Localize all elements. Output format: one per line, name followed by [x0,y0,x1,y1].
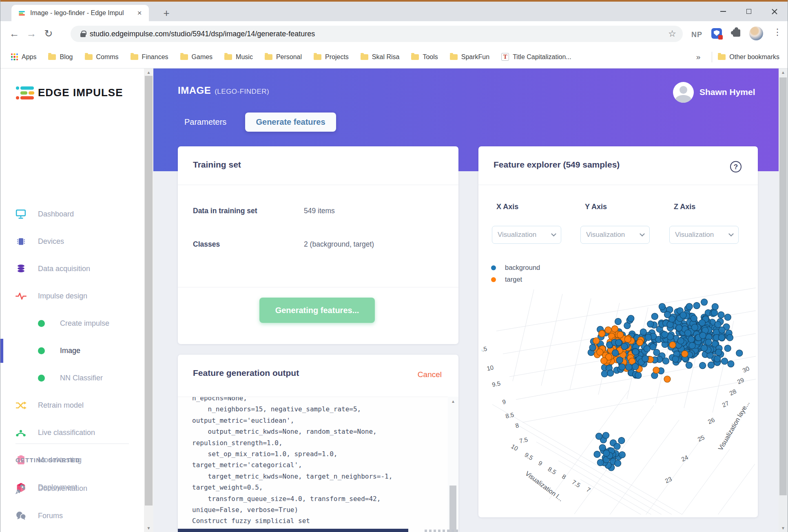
user-avatar[interactable] [673,82,694,103]
scatter-point [601,371,608,377]
bookmark-item[interactable]: Tools [411,53,438,61]
cancel-button[interactable]: Cancel [418,370,442,379]
scroll-up-icon[interactable]: ▲ [144,70,153,75]
scrollbar-thumb[interactable] [779,77,787,495]
axis-select-z[interactable]: Visualization [669,226,739,244]
generating-features-button[interactable]: Generating features... [259,298,375,323]
bookmark-item[interactable]: TTitle Capitalization... [501,53,571,61]
bookmark-item[interactable]: Music [224,53,253,61]
forward-icon[interactable]: → [25,27,38,40]
scatter-point [685,330,691,336]
sidebar-item-retrain-model[interactable]: Retrain model [0,392,144,419]
tab-parameters[interactable]: Parameters [175,113,236,132]
axis-tick-label: 8.5 [547,466,558,476]
scatter-point [718,334,725,341]
new-tab-button[interactable]: + [160,7,173,20]
sidebar-scrollbar[interactable]: ▲ ▼ [144,68,153,532]
folder-icon [450,54,458,60]
bookmark-label: Blog [60,53,73,61]
bookmark-item[interactable]: Comms [85,53,119,61]
scatter-point [599,331,605,337]
address-bar[interactable]: studio.edgeimpulse.com/studio/5941/dsp/i… [71,26,683,42]
sidebar-item-documentation[interactable]: Documentation [0,475,144,502]
console-output[interactable]: n_epochs=None, n_neighbors=15, negative_… [178,397,448,532]
sidebar-item-dashboard[interactable]: Dashboard [0,201,144,228]
bookmark-item[interactable]: Projects [314,53,349,61]
page-scrollbar[interactable]: ▲ ▼ [779,68,788,532]
sidebar: EDGE IMPULSE DashboardDevicesData acquis… [0,68,144,532]
sidebar-item-forums[interactable]: Forums [0,502,144,530]
legend-item[interactable]: background [491,264,540,272]
padlock-icon[interactable] [80,33,86,37]
console-scrollbar[interactable]: ▲ [448,397,458,532]
sidebar-item-label: Image [60,347,80,355]
scatter-point [599,444,606,451]
axis-tick-label: 26 [707,416,716,425]
bookmark-item[interactable]: Finances [131,53,168,61]
bookmark-star-icon[interactable]: ☆ [668,29,676,39]
extension-np-badge[interactable]: NP [691,31,702,39]
bookmark-label: Personal [276,53,302,61]
folder-icon [265,54,272,60]
bookmarks-overflow-chevron[interactable]: » [691,53,706,62]
sidebar-item-impulse-design[interactable]: Impulse design [0,283,144,310]
tab-close-icon[interactable]: × [135,9,144,18]
scatter-point [653,367,660,373]
bookmark-item[interactable]: Blog [48,53,73,61]
axis-select-y[interactable]: Visualization [580,226,650,244]
axis-tick-label: 9 [502,398,507,405]
sidebar-item-create-impulse[interactable]: Create impulse [0,310,144,337]
bookmark-item[interactable]: Skal Risa [361,53,400,61]
console-line: n_epochs=None, [192,397,448,404]
bookmark-item[interactable]: Apps [11,53,36,61]
scroll-down-icon[interactable]: ▼ [144,526,153,530]
bookmark-item[interactable]: Personal [265,53,302,61]
window-maximize-button[interactable] [739,5,758,18]
scroll-down-icon[interactable]: ▼ [779,526,788,530]
browser-profile-avatar[interactable] [749,26,763,40]
active-item-indicator [0,339,3,363]
scatter-point [607,370,614,376]
scatter-point [676,324,682,331]
scroll-up-icon[interactable]: ▲ [779,70,788,75]
tab-strip: Image - lego-finder - Edge Impul × + [0,2,788,21]
axis-select-x[interactable]: Visualization [492,226,561,244]
bookmark-item[interactable]: Games [180,53,213,61]
scroll-up-icon[interactable]: ▲ [448,399,458,404]
scatter-point [626,364,632,371]
other-bookmarks-button[interactable]: Other bookmarks [718,53,779,61]
extensions-puzzle-icon[interactable] [733,29,740,37]
window-minimize-button[interactable] [714,5,733,18]
scatter-point [614,443,620,450]
reload-icon[interactable]: ↻ [42,27,55,40]
feature-scatter-plot[interactable]: 10.5109.598.587.5109.598.587.57302928272… [482,285,758,514]
scrollbar-thumb[interactable] [449,486,456,532]
legend-item[interactable]: target [491,276,522,283]
sidebar-item-nn-classifier[interactable]: NN Classifier [0,364,144,392]
sidebar-item-devices[interactable]: Devices [0,228,144,255]
bookmark-label: SparkFun [461,53,489,61]
browser-menu-icon[interactable]: ⋮ [773,27,782,38]
back-icon[interactable]: ← [8,27,21,40]
bookmarks-separator [712,52,712,62]
sidebar-item-image[interactable]: Image [0,337,144,364]
help-icon[interactable]: ? [730,161,742,172]
bookmark-item[interactable]: SparkFun [450,53,489,61]
url-text[interactable]: studio.edgeimpulse.com/studio/5941/dsp/i… [90,30,664,38]
scrollbar-thumb[interactable] [145,76,153,506]
window-close-button[interactable] [765,5,784,18]
scatter-point [593,338,600,344]
folder-icon [48,54,56,60]
user-name: Shawn Hymel [699,87,755,97]
bookmark-label: Finances [142,53,168,61]
legend-dot-icon [491,265,496,270]
password-extension-icon[interactable] [711,28,722,39]
folder-icon [361,54,368,60]
training-set-card: Training set Data in training set 549 it… [178,146,458,344]
scatter-point [611,326,618,332]
sidebar-item-data-acquisition[interactable]: Data acquisition [0,255,144,283]
browser-tab[interactable]: Image - lego-finder - Edge Impul × [11,5,149,21]
scatter-point [701,299,708,305]
sidebar-item-live-classification[interactable]: Live classification [0,419,144,446]
tab-generate-features[interactable]: Generate features [245,113,336,132]
